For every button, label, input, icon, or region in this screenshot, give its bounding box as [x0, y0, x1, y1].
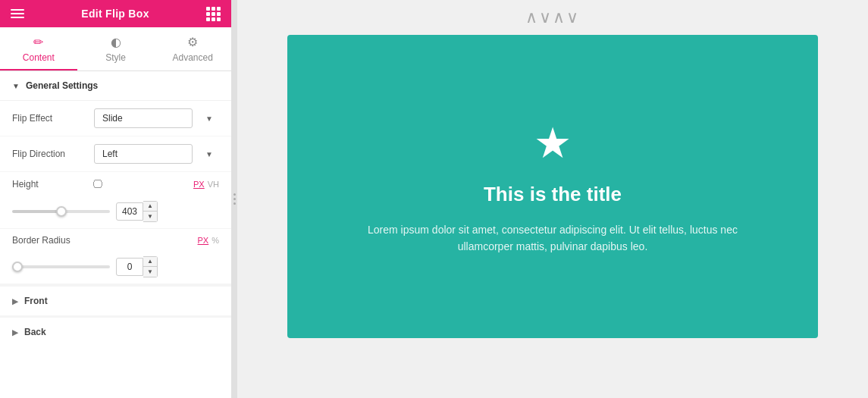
flip-box-title: This is the title — [484, 183, 622, 206]
border-radius-row: Border Radius PX % ▲ ▼ — [0, 229, 231, 284]
border-slider-row: ▲ ▼ — [12, 256, 219, 280]
chevron-down-icon: ▼ — [205, 114, 213, 123]
flip-effect-control: Slide Flip Push Fade ▼ — [94, 108, 219, 128]
tab-advanced[interactable]: ⚙ Advanced — [154, 27, 231, 71]
height-label-row: Height 🖵 PX VH — [12, 178, 219, 190]
style-icon: ◐ — [111, 35, 121, 49]
resize-handle[interactable] — [231, 0, 237, 398]
flip-effect-select-wrapper: Slide Flip Push Fade ▼ — [94, 108, 219, 128]
height-num-row: ▲ ▼ — [116, 201, 219, 222]
flip-effect-select[interactable]: Slide Flip Push Fade — [94, 108, 193, 128]
general-settings-header[interactable]: ▼ General Settings — [0, 71, 231, 101]
flip-direction-select-wrapper: Left Right Top Bottom ▼ — [94, 144, 219, 164]
height-spin-down[interactable]: ▼ — [143, 212, 157, 221]
monitor-icon: 🖵 — [92, 178, 103, 190]
height-slider[interactable] — [12, 210, 110, 213]
left-panel: Edit Flip Box ✏ Content ◐ Style ⚙ Advanc… — [0, 0, 231, 398]
back-label: Back — [24, 327, 46, 337]
height-unit-px[interactable]: PX — [193, 180, 205, 189]
content-icon: ✏ — [33, 35, 43, 49]
back-section-header[interactable]: ▶ Back — [0, 318, 231, 346]
panel-header: Edit Flip Box — [0, 0, 231, 27]
panel-tabs: ✏ Content ◐ Style ⚙ Advanced — [0, 27, 231, 71]
height-row: Height 🖵 PX VH ▲ ▼ — [0, 172, 231, 229]
front-section-header[interactable]: ▶ Front — [0, 287, 231, 315]
canvas-top-bar: ∧∨∧∨ — [252, 8, 853, 27]
height-unit-vh[interactable]: VH — [208, 180, 219, 189]
front-label: Front — [24, 296, 48, 306]
height-label: Height — [12, 179, 88, 190]
border-unit-pct[interactable]: % — [212, 236, 219, 245]
section-title: General Settings — [26, 80, 98, 91]
flip-box-preview: ★ This is the title Lorem ipsum dolor si… — [287, 35, 818, 338]
height-spin-up[interactable]: ▲ — [143, 202, 157, 212]
tab-content[interactable]: ✏ Content — [0, 27, 77, 71]
border-label-row: Border Radius PX % — [12, 235, 219, 246]
flip-direction-select[interactable]: Left Right Top Bottom — [94, 144, 193, 164]
height-spin-btns: ▲ ▼ — [143, 201, 158, 222]
panel-body: ▼ General Settings Flip Effect Slide Fli… — [0, 71, 231, 398]
star-icon: ★ — [534, 118, 572, 168]
advanced-icon: ⚙ — [187, 35, 198, 49]
height-input[interactable] — [116, 202, 143, 221]
border-radius-label: Border Radius — [12, 235, 88, 246]
resize-dots — [233, 193, 236, 205]
height-slider-row: ▲ ▼ — [12, 201, 219, 225]
back-arrow: ▶ — [12, 328, 18, 337]
height-unit-switcher: PX VH — [193, 180, 219, 189]
border-radius-slider[interactable] — [12, 265, 110, 268]
collapse-arrow: ▼ — [12, 82, 20, 90]
chevron-down-icon-2: ▼ — [205, 150, 213, 158]
flip-box-description: Lorem ipsum dolor sit amet, consectetur … — [363, 221, 742, 255]
panel-title: Edit Flip Box — [81, 8, 149, 20]
hamburger-icon[interactable] — [11, 9, 24, 18]
front-section: ▶ Front — [0, 284, 231, 315]
border-spin-btns: ▲ ▼ — [143, 256, 158, 277]
flip-effect-label: Flip Effect — [12, 113, 88, 124]
grid-icon[interactable] — [206, 7, 221, 21]
border-radius-input[interactable] — [116, 258, 143, 276]
tab-style[interactable]: ◐ Style — [77, 27, 155, 71]
wave-icon: ∧∨∧∨ — [525, 8, 580, 27]
right-canvas: ∧∨∧∨ ★ This is the title Lorem ipsum dol… — [237, 0, 868, 398]
border-spin-up[interactable]: ▲ — [143, 257, 157, 267]
flip-direction-label: Flip Direction — [12, 149, 88, 159]
flip-direction-row: Flip Direction Left Right Top Bottom ▼ — [0, 136, 231, 172]
front-arrow: ▶ — [12, 297, 18, 306]
border-unit-px[interactable]: PX — [198, 236, 209, 245]
border-spin-down[interactable]: ▼ — [143, 267, 157, 277]
border-unit-switcher: PX % — [198, 236, 219, 245]
flip-effect-row: Flip Effect Slide Flip Push Fade ▼ — [0, 101, 231, 136]
flip-direction-control: Left Right Top Bottom ▼ — [94, 144, 219, 164]
border-num-row: ▲ ▼ — [116, 256, 219, 277]
back-section: ▶ Back — [0, 315, 231, 346]
